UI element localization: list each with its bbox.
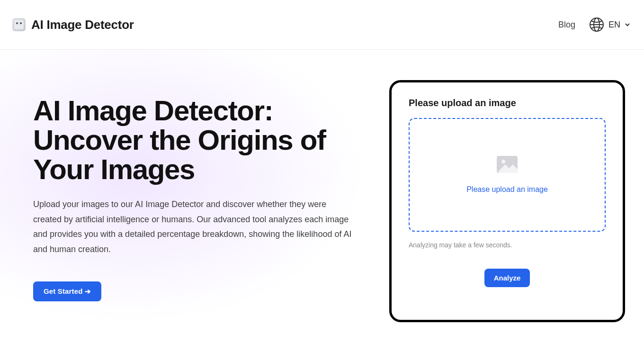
globe-icon bbox=[589, 17, 605, 33]
language-code: EN bbox=[608, 20, 620, 30]
analyze-note: Analyzing may take a few seconds. bbox=[409, 241, 606, 249]
navbar-brand[interactable]: AI Image Detector bbox=[12, 18, 134, 32]
upload-section: Please upload an image Please upload an … bbox=[379, 50, 625, 362]
chevron-down-icon bbox=[624, 21, 631, 28]
upload-card: Please upload an image Please upload an … bbox=[389, 80, 625, 322]
hero-section: AI Image Detector: Uncover the Origins o… bbox=[0, 50, 379, 362]
image-placeholder-icon bbox=[497, 156, 518, 173]
brand-name: AI Image Detector bbox=[31, 18, 134, 32]
upload-dropzone[interactable]: Please upload an image bbox=[409, 118, 606, 232]
navbar: AI Image Detector Blog EN bbox=[0, 0, 644, 50]
dropzone-text: Please upload an image bbox=[466, 185, 548, 194]
main-content: AI Image Detector: Uncover the Origins o… bbox=[0, 50, 644, 362]
hero-description: Upload your images to our AI Image Detec… bbox=[33, 197, 355, 257]
language-switcher[interactable]: EN bbox=[589, 17, 631, 33]
get-started-button[interactable]: Get Started ➔ bbox=[33, 281, 101, 301]
navbar-right: Blog EN bbox=[558, 17, 631, 33]
analyze-button[interactable]: Analyze bbox=[484, 269, 530, 287]
page-title: AI Image Detector: Uncover the Origins o… bbox=[33, 96, 360, 184]
upload-card-title: Please upload an image bbox=[409, 98, 606, 109]
analyze-button-row: Analyze bbox=[409, 269, 606, 287]
app-logo-icon bbox=[12, 18, 26, 31]
nav-link-blog[interactable]: Blog bbox=[558, 20, 575, 30]
svg-point-4 bbox=[501, 160, 505, 163]
